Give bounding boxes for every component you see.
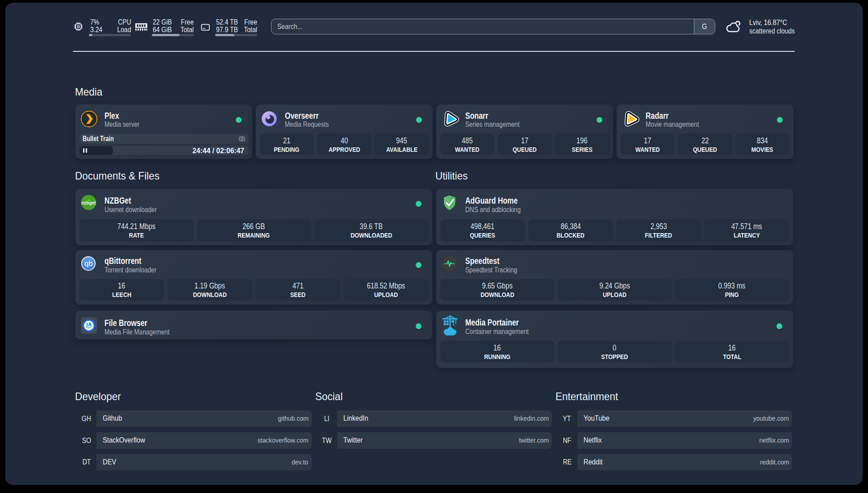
svg-text:nzbget: nzbget: [81, 201, 96, 205]
svg-text:qb: qb: [84, 259, 92, 267]
